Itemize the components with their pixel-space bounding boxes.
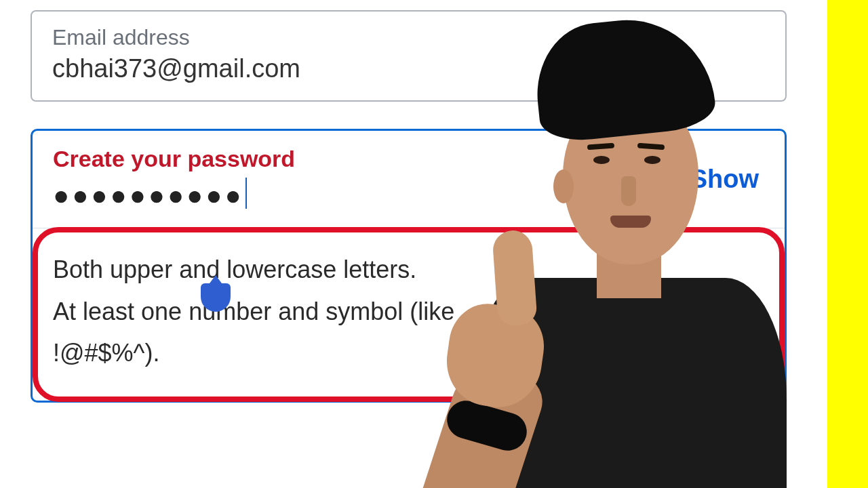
- signup-form: Email address cbhai373@gmail.com Create …: [31, 10, 787, 403]
- hint-line-3: !@#$%^).: [53, 332, 764, 373]
- password-label: Create your password: [53, 146, 685, 172]
- password-input[interactable]: ●●●●●●●●●●: [53, 182, 685, 213]
- email-field[interactable]: Email address cbhai373@gmail.com: [31, 10, 787, 102]
- email-label: Email address: [52, 25, 765, 50]
- text-caret: [245, 178, 247, 209]
- password-field[interactable]: Create your password ●●●●●●●●●● Show Bot…: [31, 129, 787, 403]
- hint-line-1: Both upper and lowercase letters.: [53, 249, 764, 290]
- hint-line-2: At least one number and symbol (like: [53, 291, 764, 332]
- password-hint-box: Both upper and lowercase letters. At lea…: [33, 228, 785, 401]
- password-masked-value: ●●●●●●●●●●: [53, 180, 244, 210]
- show-password-button[interactable]: Show: [685, 162, 764, 197]
- decorative-stripe: [827, 0, 868, 488]
- email-value: cbhai373@gmail.com: [52, 54, 765, 83]
- text-cursor-handle-icon[interactable]: [201, 277, 231, 312]
